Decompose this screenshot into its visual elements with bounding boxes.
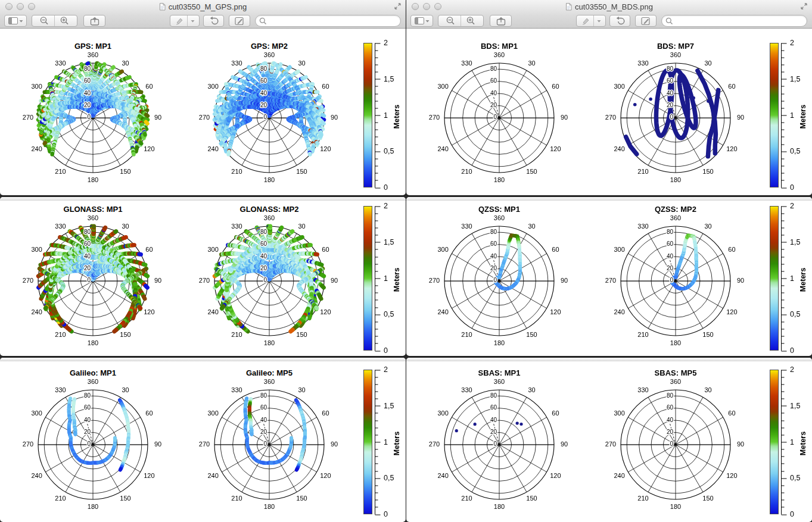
- window-top-edge: [406, 197, 812, 201]
- chevron-down-icon[interactable]: [597, 20, 601, 23]
- zoom-button[interactable]: [434, 3, 441, 10]
- annotate-pen-button[interactable]: [576, 15, 606, 27]
- fullscreen-icon[interactable]: [394, 2, 402, 10]
- window-panel-row2: [406, 197, 812, 356]
- zoom-out-icon[interactable]: [39, 16, 49, 26]
- close-button[interactable]: [412, 3, 419, 10]
- document-icon: [565, 3, 572, 11]
- window-controls: [5, 3, 35, 10]
- window-title: cut03550_M_GPS.png: [169, 2, 247, 11]
- window-top-edge: [0, 358, 406, 361]
- toolbar: [0, 13, 406, 29]
- markup-button[interactable]: [635, 15, 657, 27]
- minimize-button[interactable]: [17, 3, 24, 10]
- title-area: cut03550_M_GPS.png: [0, 0, 406, 13]
- fullscreen-icon[interactable]: [800, 2, 808, 10]
- window-panel-row2: [0, 197, 406, 356]
- zoom-in-icon[interactable]: [60, 16, 70, 26]
- titlebar[interactable]: cut03550_M_BDS.png: [406, 0, 812, 13]
- rotate-left-icon: [615, 16, 625, 26]
- document-icon: [159, 3, 166, 11]
- search-icon: [665, 17, 673, 25]
- zoom-in-icon[interactable]: [466, 16, 476, 26]
- toolbar: [406, 13, 812, 29]
- title-area: cut03550_M_BDS.png: [406, 0, 812, 13]
- markup-pencil-icon: [235, 17, 244, 26]
- sidebar-button[interactable]: [410, 15, 433, 27]
- rotate-left-button[interactable]: [609, 15, 630, 27]
- window-panel-row3: [406, 358, 812, 522]
- search-field[interactable]: [661, 15, 807, 27]
- annotate-pen-button[interactable]: [170, 15, 200, 27]
- rotate-left-button[interactable]: [203, 15, 224, 27]
- preview-window-bds: cut03550_M_BDS.png: [406, 0, 812, 522]
- window-title: cut03550_M_BDS.png: [575, 2, 653, 11]
- window-top-edge: [0, 197, 406, 201]
- zoom-group: [32, 15, 77, 27]
- markup-button[interactable]: [229, 15, 250, 27]
- share-icon: [90, 17, 99, 26]
- close-button[interactable]: [5, 3, 13, 10]
- search-field[interactable]: [255, 15, 401, 27]
- divider: [593, 15, 594, 26]
- share-button[interactable]: [490, 15, 512, 27]
- chevron-down-icon: [19, 20, 23, 23]
- sidebar-icon: [8, 17, 18, 24]
- pen-icon: [175, 17, 184, 25]
- zoom-out-icon[interactable]: [446, 16, 456, 26]
- zoom-button[interactable]: [28, 3, 35, 10]
- sidebar-icon: [415, 17, 424, 24]
- zoom-group: [438, 15, 484, 27]
- pen-icon: [581, 17, 590, 25]
- window-top-edge: [406, 358, 812, 361]
- chevron-down-icon[interactable]: [191, 20, 195, 23]
- chevron-down-icon: [425, 20, 430, 23]
- sidebar-button[interactable]: [4, 15, 27, 27]
- search-icon: [259, 17, 267, 25]
- rotate-left-icon: [209, 16, 219, 26]
- divider: [461, 15, 461, 26]
- share-icon: [496, 17, 506, 26]
- window-chrome: cut03550_M_GPS.png: [0, 0, 406, 29]
- window-chrome: cut03550_M_BDS.png: [406, 0, 812, 29]
- preview-window-gps: cut03550_M_GPS.png: [0, 0, 406, 522]
- divider: [54, 15, 55, 26]
- window-panel-row1: cut03550_M_BDS.png: [406, 0, 812, 195]
- titlebar[interactable]: cut03550_M_GPS.png: [0, 0, 406, 13]
- window-panel-row3: [0, 358, 406, 522]
- minimize-button[interactable]: [423, 3, 430, 10]
- window-controls: [412, 3, 441, 10]
- divider: [187, 15, 188, 26]
- share-button[interactable]: [83, 15, 105, 27]
- window-panel-row1: cut03550_M_GPS.png: [0, 0, 406, 195]
- search-input[interactable]: [267, 15, 400, 26]
- search-input[interactable]: [673, 15, 807, 26]
- markup-pencil-icon: [641, 17, 651, 26]
